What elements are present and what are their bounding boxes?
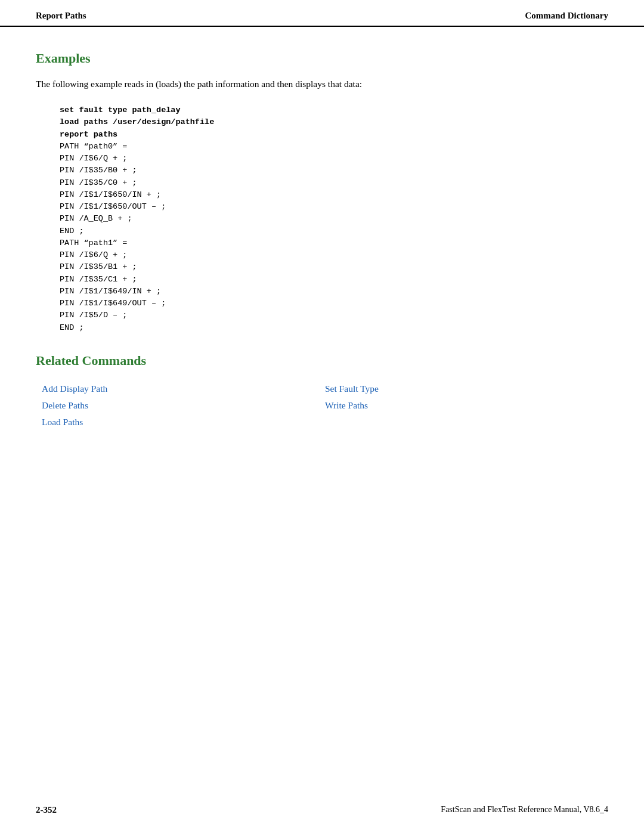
examples-title: Examples	[36, 51, 608, 66]
code-line: PATH “path1” =	[60, 237, 608, 249]
code-line: PIN /I$35/C1 + ;	[60, 274, 608, 286]
code-line: END ;	[60, 225, 608, 237]
code-line: PIN /A_EQ_B + ;	[60, 213, 608, 225]
code-line: PIN /I$6/Q + ;	[60, 249, 608, 261]
examples-section: Examples The following example reads in …	[36, 51, 608, 334]
header-right: Command Dictionary	[525, 11, 608, 21]
related-link[interactable]: Load Paths	[42, 417, 83, 427]
page-header: Report Paths Command Dictionary	[0, 0, 644, 27]
related-link[interactable]: Add Display Path	[42, 383, 107, 394]
related-links-col2: Set Fault TypeWrite Paths	[325, 380, 608, 431]
code-line: load paths /user/design/pathfile	[60, 116, 608, 128]
code-line: PIN /I$35/B0 + ;	[60, 165, 608, 176]
code-line: PIN /I$35/C0 + ;	[60, 177, 608, 189]
code-line: report paths	[60, 129, 608, 141]
related-link[interactable]: Set Fault Type	[325, 383, 379, 394]
code-line: set fault type path_delay	[60, 104, 608, 116]
code-line: END ;	[60, 322, 608, 334]
related-link[interactable]: Delete Paths	[42, 400, 88, 410]
related-commands-section: Related Commands Add Display PathDelete …	[36, 353, 608, 431]
main-content: Examples The following example reads in …	[0, 27, 644, 454]
code-line: PIN /I$1/I$650/OUT – ;	[60, 201, 608, 213]
code-line: PIN /I$6/Q + ;	[60, 153, 608, 165]
code-line: PIN /I$1/I$649/IN + ;	[60, 286, 608, 298]
code-block: set fault type path_delayload paths /use…	[60, 104, 608, 334]
footer-page-number: 2-352	[36, 805, 57, 815]
code-line: PIN /I$1/I$650/IN + ;	[60, 189, 608, 201]
related-links-col1: Add Display PathDelete PathsLoad Paths	[42, 380, 325, 431]
header-left: Report Paths	[36, 11, 86, 21]
code-line: PIN /I$1/I$649/OUT – ;	[60, 298, 608, 309]
code-line: PATH “path0” =	[60, 141, 608, 153]
code-line: PIN /I$35/B1 + ;	[60, 261, 608, 273]
page-footer: 2-352 FastScan and FlexTest Reference Ma…	[0, 805, 644, 815]
related-links-grid: Add Display PathDelete PathsLoad Paths S…	[42, 380, 608, 431]
code-line: PIN /I$5/D – ;	[60, 309, 608, 321]
related-link[interactable]: Write Paths	[325, 400, 368, 410]
related-commands-title: Related Commands	[36, 353, 608, 368]
intro-paragraph: The following example reads in (loads) t…	[36, 77, 608, 91]
page: Report Paths Command Dictionary Examples…	[0, 0, 644, 833]
footer-title: FastScan and FlexTest Reference Manual, …	[441, 805, 608, 815]
